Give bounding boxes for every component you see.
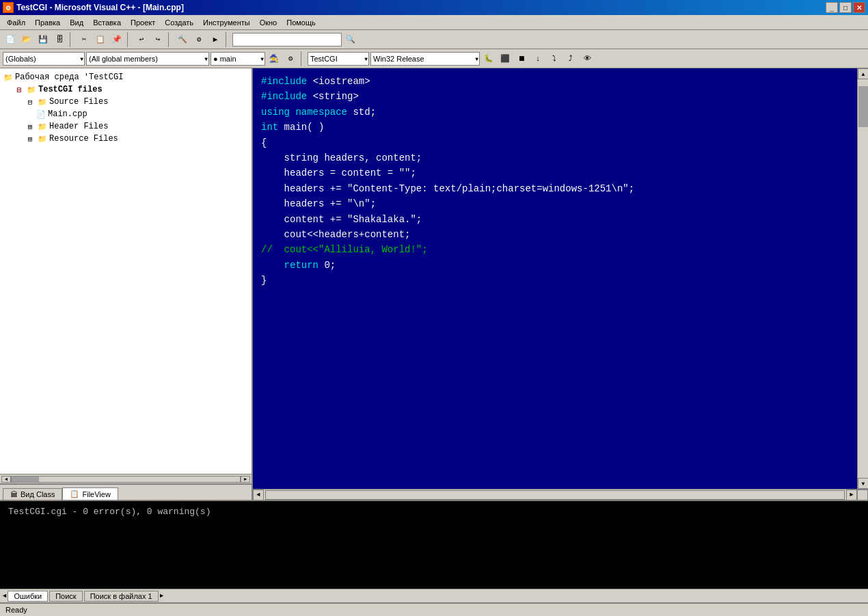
stop-button[interactable]: ⏹ bbox=[514, 51, 529, 66]
breakpoint-button[interactable]: ⬛ bbox=[498, 51, 513, 66]
header-expand-icon: ⊞ bbox=[25, 121, 36, 132]
output-scroll-right[interactable]: ► bbox=[160, 593, 163, 600]
tree-header-files[interactable]: ⊞ 📁 Header Files bbox=[3, 120, 249, 133]
project-folder-icon: 📁 bbox=[26, 84, 37, 95]
status-bar: Ready bbox=[0, 602, 868, 616]
hscroll-right[interactable]: ► bbox=[241, 476, 250, 483]
open-button[interactable]: 📂 bbox=[19, 32, 34, 47]
separator-1 bbox=[70, 32, 74, 47]
code-line-7: int main( ) bbox=[261, 120, 849, 135]
hscroll-track[interactable] bbox=[11, 476, 241, 483]
code-line-15: content += "Shakalaka."; bbox=[261, 212, 849, 227]
props-button[interactable]: ⚙ bbox=[283, 51, 298, 66]
redo-button[interactable]: ↪ bbox=[150, 32, 165, 47]
toolbar-1: 📄 📂 💾 🗄 ✂ 📋 📌 ↩ ↪ 🔨 ⚙ ▶ 🔍 bbox=[0, 30, 868, 49]
code-line-16: cout<<headers+content; bbox=[261, 227, 849, 242]
members-dropdown[interactable]: (All global members) bbox=[86, 52, 209, 66]
save-button[interactable]: 💾 bbox=[36, 32, 51, 47]
menu-tools[interactable]: Инструменты bbox=[199, 17, 254, 28]
vscroll-track[interactable] bbox=[858, 79, 868, 478]
run-button[interactable]: ▶ bbox=[208, 32, 223, 47]
title-text: TestCGI - Microsoft Visual C++ - [Main.c… bbox=[16, 3, 184, 12]
resource-expand-icon: ⊞ bbox=[25, 133, 36, 144]
tree-source-files[interactable]: ⊟ 📁 Source Files bbox=[3, 96, 249, 108]
workspace-label: Рабочая среда 'TestCGI bbox=[15, 72, 123, 82]
minimize-button[interactable]: _ bbox=[826, 2, 838, 13]
menu-view[interactable]: Вид bbox=[66, 17, 87, 28]
tree-workspace[interactable]: 📁 Рабочая среда 'TestCGI bbox=[3, 71, 249, 83]
editor-hscroll-left[interactable]: ◄ bbox=[253, 490, 264, 500]
tree-project[interactable]: ⊟ 📁 TestCGI files bbox=[3, 83, 249, 96]
tab-class-view[interactable]: 🏛 Вид Class bbox=[3, 488, 62, 500]
debug-button[interactable]: 🐛 bbox=[481, 51, 496, 66]
output-tab-errors[interactable]: Ошибки bbox=[8, 591, 48, 602]
members-combo-wrap: (All global members) bbox=[86, 52, 209, 66]
output-scroll-left[interactable]: ◄ bbox=[3, 593, 6, 600]
copy-button[interactable]: 📋 bbox=[93, 32, 108, 47]
menu-project[interactable]: Проект bbox=[126, 17, 159, 28]
menu-help[interactable]: Помощь bbox=[282, 17, 320, 28]
separator-2 bbox=[127, 32, 131, 47]
source-expand-icon: ⊟ bbox=[25, 96, 36, 107]
vscroll-thumb bbox=[858, 86, 868, 127]
editor-hscroll-track[interactable] bbox=[265, 490, 845, 500]
save-workspace-button[interactable]: 🗄 bbox=[52, 32, 67, 47]
new-file-button[interactable]: 📄 bbox=[3, 32, 18, 47]
undo-button[interactable]: ↩ bbox=[134, 32, 149, 47]
menu-build[interactable]: Создать bbox=[161, 17, 198, 28]
header-folder-icon: 📁 bbox=[37, 121, 48, 132]
vscroll-up[interactable]: ▲ bbox=[858, 68, 868, 79]
menu-edit[interactable]: Правка bbox=[31, 17, 64, 28]
tree-main-cpp[interactable]: 📄 Main.cpp bbox=[3, 108, 249, 120]
code-line-4: using namespace std; bbox=[261, 105, 849, 120]
editor-hscroll-right[interactable]: ► bbox=[846, 490, 857, 500]
output-tab-search[interactable]: Поиск bbox=[49, 591, 82, 602]
search-input[interactable] bbox=[232, 33, 342, 46]
project-dropdown[interactable]: TestCGI bbox=[308, 52, 369, 66]
tab-file-view[interactable]: 📋 FileView bbox=[62, 487, 118, 500]
hscroll-left[interactable]: ◄ bbox=[1, 476, 11, 483]
globals-dropdown[interactable]: (Globals) bbox=[3, 52, 85, 66]
output-panel: TestCGI.cgi - 0 error(s), 0 warning(s) bbox=[0, 500, 868, 589]
tab-class-label: Вид Class bbox=[21, 490, 55, 498]
code-line-2: #include <string> bbox=[261, 89, 849, 104]
function-dropdown[interactable]: ● main bbox=[211, 52, 265, 66]
project-combo-wrap: TestCGI bbox=[308, 52, 369, 66]
maximize-button[interactable]: □ bbox=[839, 2, 852, 13]
paste-button[interactable]: 📌 bbox=[109, 32, 124, 47]
output-tab-find-files[interactable]: Поиск в файлах 1 bbox=[84, 591, 159, 602]
tab-file-label: FileView bbox=[82, 490, 110, 498]
menu-file[interactable]: Файл bbox=[3, 17, 29, 28]
step-button[interactable]: ↓ bbox=[530, 51, 545, 66]
config-dropdown[interactable]: Win32 Release bbox=[370, 52, 480, 66]
output-tab-errors-label: Ошибки bbox=[14, 592, 42, 600]
close-button[interactable]: ✕ bbox=[853, 2, 865, 13]
code-editor[interactable]: #include <iostream> #include <string> us… bbox=[253, 68, 857, 489]
app-window: ⚙ TestCGI - Microsoft Visual C++ - [Main… bbox=[0, 0, 868, 616]
menu-bar: Файл Правка Вид Вставка Проект Создать И… bbox=[0, 15, 868, 30]
separator-3 bbox=[168, 32, 172, 47]
source-files-label: Source Files bbox=[49, 97, 108, 107]
code-line-13: headers += "\n"; bbox=[261, 196, 849, 211]
wizard-button[interactable]: 🧙 bbox=[267, 51, 282, 66]
search-button[interactable]: 🔍 bbox=[343, 32, 358, 47]
config-combo-wrap: Win32 Release bbox=[370, 52, 480, 66]
build-button[interactable]: ⚙ bbox=[191, 32, 206, 47]
editor-hscroll-corner bbox=[857, 490, 868, 500]
output-tab-find-label: Поиск в файлах 1 bbox=[90, 592, 152, 600]
vscroll-down[interactable]: ▼ bbox=[858, 478, 868, 489]
tree-resource-files[interactable]: ⊞ 📁 Resource Files bbox=[3, 133, 249, 145]
compile-button[interactable]: 🔨 bbox=[175, 32, 190, 47]
step-out-button[interactable]: ⤴ bbox=[563, 51, 578, 66]
cut-button[interactable]: ✂ bbox=[77, 32, 92, 47]
menu-window[interactable]: Окно bbox=[256, 17, 282, 28]
editor-area: #include <iostream> #include <string> us… bbox=[253, 68, 868, 489]
watch-button[interactable]: 👁 bbox=[580, 51, 595, 66]
app-icon: ⚙ bbox=[3, 2, 14, 13]
menu-insert[interactable]: Вставка bbox=[89, 17, 125, 28]
resource-files-label: Resource Files bbox=[49, 134, 118, 144]
step-over-button[interactable]: ⤵ bbox=[547, 51, 562, 66]
main-cpp-label: Main.cpp bbox=[48, 109, 87, 119]
code-line-11: headers = content = ""; bbox=[261, 165, 849, 180]
right-panel: #include <iostream> #include <string> us… bbox=[253, 68, 868, 500]
